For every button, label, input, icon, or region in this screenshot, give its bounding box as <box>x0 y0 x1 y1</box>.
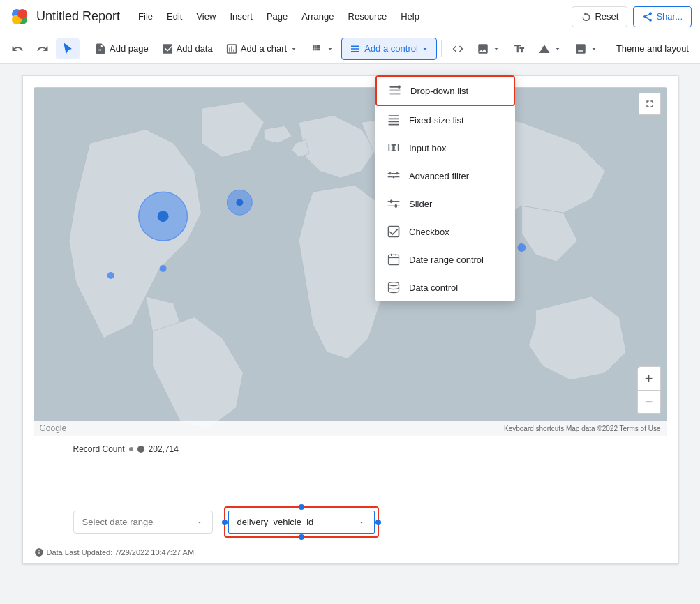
advanced-filter-icon <box>387 169 401 183</box>
menu-edit[interactable]: Edit <box>160 8 189 24</box>
add-control-dropdown-menu: Drop-down list Fixed-size list Input box… <box>375 75 515 301</box>
menu-arrange[interactable]: Arrange <box>295 8 341 24</box>
shape-button[interactable] <box>533 38 567 59</box>
menu-file[interactable]: File <box>131 8 160 24</box>
google-logo: Google <box>40 423 67 433</box>
right-anchor <box>375 520 381 525</box>
menu-help[interactable]: Help <box>394 8 426 24</box>
legend-label: Record Count <box>73 444 125 454</box>
menu-page[interactable]: Page <box>260 8 295 24</box>
add-control-icon <box>349 43 362 55</box>
top-anchor <box>299 504 304 510</box>
toolbar-separator-1 <box>84 40 84 57</box>
text-icon <box>513 43 526 55</box>
zoom-in-btn[interactable]: + <box>638 368 660 391</box>
date-range-control[interactable]: Select date range <box>73 511 213 534</box>
theme-layout-button[interactable]: Theme and layout <box>611 39 694 58</box>
svg-rect-7 <box>390 89 401 91</box>
image-icon <box>477 43 489 55</box>
code-icon <box>452 43 464 55</box>
date-range-label: Select date range <box>82 517 154 527</box>
menu-view[interactable]: View <box>189 8 223 24</box>
fullscreen-icon <box>644 98 655 110</box>
delivery-dropdown-value: delivery_vehicle_id <box>237 517 314 527</box>
data-control-icon <box>387 280 401 294</box>
image-button[interactable] <box>471 38 506 59</box>
add-control-wrapper: Add a control <box>341 38 437 60</box>
redo-button[interactable] <box>31 38 54 59</box>
checkbox-option[interactable]: Checkbox <box>375 218 515 246</box>
svg-point-15 <box>392 176 394 178</box>
date-range-chevron-icon <box>195 518 204 527</box>
reset-button[interactable]: Reset <box>572 6 627 27</box>
map-footer: Google Keyboard shortcuts Map data ©2022… <box>34 421 667 436</box>
text-button[interactable] <box>507 38 531 59</box>
svg-rect-24 <box>395 204 397 208</box>
add-data-button[interactable]: Add data <box>156 38 218 59</box>
input-box-label: Input box <box>409 143 447 153</box>
checkbox-label: Checkbox <box>409 227 449 237</box>
share-icon <box>642 11 653 22</box>
data-control-label: Data control <box>409 282 458 293</box>
data-footer: Data Last Updated: 7/29/2022 10:47:27 AM <box>34 548 195 557</box>
legend-dot-small <box>129 447 133 451</box>
shape-dropdown-icon <box>553 45 562 53</box>
fullscreen-btn[interactable] <box>639 93 661 115</box>
sea-dot <box>517 243 526 252</box>
add-page-icon <box>94 43 107 55</box>
svg-point-30 <box>389 282 399 286</box>
shape-icon <box>538 43 551 55</box>
input-box-icon <box>387 141 401 155</box>
undo-button[interactable] <box>6 38 29 59</box>
fixed-size-list-icon <box>387 113 401 127</box>
share-button[interactable]: Shar... <box>633 6 692 27</box>
add-control-dropdown-icon <box>421 45 429 53</box>
dropdown-list-option[interactable]: Drop-down list <box>377 77 514 105</box>
us-center-dot <box>157 211 168 222</box>
advanced-filter-option[interactable]: Advanced filter <box>375 162 515 190</box>
mexico-dot <box>159 265 166 272</box>
svg-point-14 <box>389 172 391 174</box>
code-editor-button[interactable] <box>446 38 470 59</box>
dropdown-list-icon <box>388 84 402 98</box>
legend-row: Record Count 202,714 <box>73 444 179 454</box>
reset-icon <box>581 11 592 22</box>
line-button[interactable] <box>569 38 604 59</box>
date-range-option[interactable]: Date range control <box>375 246 515 273</box>
line-icon <box>574 43 587 55</box>
fixed-size-list-option[interactable]: Fixed-size list <box>375 106 515 134</box>
input-box-option[interactable]: Input box <box>375 134 515 162</box>
delivery-dropdown-icon <box>357 518 366 527</box>
svg-rect-11 <box>389 119 399 120</box>
menu-resource[interactable]: Resource <box>341 8 394 24</box>
add-chart-button[interactable]: Add a chart <box>220 38 304 59</box>
advanced-filter-label: Advanced filter <box>409 171 469 181</box>
zoom-out-btn[interactable]: − <box>638 391 660 413</box>
cursor-icon <box>61 43 74 55</box>
bottom-controls: Select date range delivery_vehicle_id <box>73 506 379 538</box>
add-chart-dropdown-icon <box>290 45 298 53</box>
map-footer-right: Keyboard shortcuts Map data ©2022 Terms … <box>504 425 661 432</box>
top-right-actions: Reset Shar... <box>572 6 692 27</box>
add-control-button[interactable]: Add a control <box>341 38 437 60</box>
svg-rect-8 <box>390 93 401 95</box>
map-container: + − Google Keyboard shortcuts Map data ©… <box>34 87 667 436</box>
dropdown-control-wrapper: delivery_vehicle_id <box>224 506 379 538</box>
undo-icon <box>11 43 24 55</box>
menu-insert[interactable]: Insert <box>223 8 260 24</box>
add-component-button[interactable] <box>305 38 340 59</box>
add-data-icon <box>161 43 174 55</box>
svg-point-3 <box>17 9 27 19</box>
toolbar-separator-2 <box>441 40 442 57</box>
svg-rect-26 <box>389 255 399 264</box>
slider-option[interactable]: Slider <box>375 190 515 218</box>
delivery-dropdown[interactable]: delivery_vehicle_id <box>228 511 375 534</box>
menu-bar: File Edit View Insert Page Arrange Resou… <box>131 8 426 24</box>
report-title: Untitled Report <box>36 9 120 24</box>
calendar-icon <box>387 252 401 266</box>
report-canvas: + − Google Keyboard shortcuts Map data ©… <box>22 75 678 564</box>
zoom-controls: + − <box>637 368 661 414</box>
data-control-option[interactable]: Data control <box>375 273 515 301</box>
add-page-button[interactable]: Add page <box>89 38 154 59</box>
select-tool-button[interactable] <box>56 38 80 59</box>
